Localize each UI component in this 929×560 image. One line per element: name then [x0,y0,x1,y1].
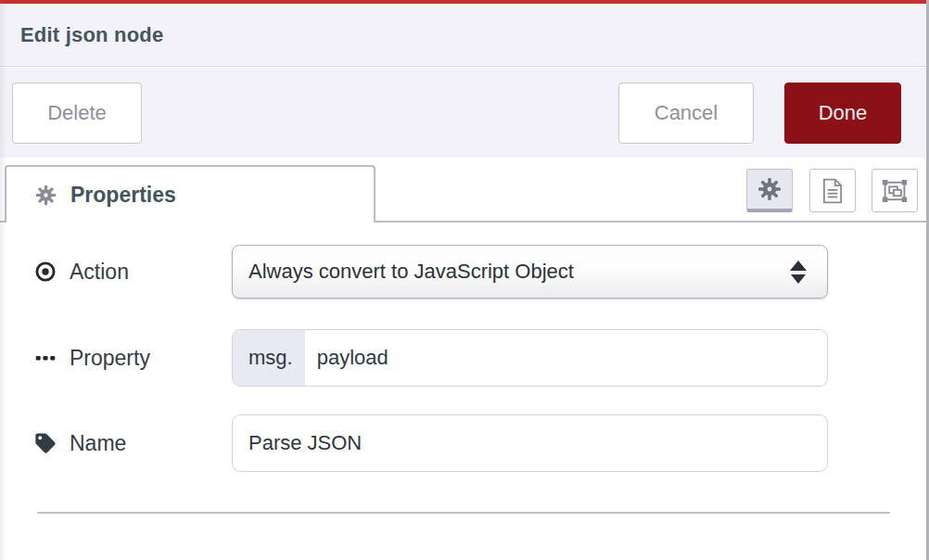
ellipsis-icon [33,346,57,370]
object-group-icon [881,178,909,204]
name-input[interactable] [233,415,827,471]
name-row: Name [0,414,926,472]
property-label: Property [33,329,150,387]
dialog-title: Edit json node [20,23,163,47]
section-divider [37,512,890,514]
done-button[interactable]: Done [784,83,901,144]
properties-view-button[interactable] [746,169,793,212]
description-view-button[interactable] [809,169,856,212]
dialog-header: Edit json node [0,4,926,67]
action-row: Action Always convert to JavaScript Obje… [0,245,926,299]
editor-tabbar: Properties [0,158,926,223]
property-input-group: msg. [232,329,828,387]
dot-circle-icon [33,260,57,284]
delete-button[interactable]: Delete [12,83,142,144]
property-row: Property msg. [0,329,926,387]
appearance-view-button[interactable] [872,169,918,212]
tab-properties-label: Properties [70,183,176,208]
edit-node-dialog: Edit json node Delete Cancel Done [0,0,929,560]
dialog-toolbar: Delete Cancel Done [0,68,926,158]
action-label: Action [33,245,129,299]
accent-bar [0,0,926,4]
gear-icon [34,184,57,207]
cancel-button[interactable]: Cancel [618,83,754,144]
gear-icon [757,176,783,202]
name-label: Name [33,414,126,472]
property-input[interactable] [305,330,827,386]
name-input-group [232,414,828,472]
msg-prefix[interactable]: msg. [233,330,305,386]
tab-properties[interactable]: Properties [5,165,375,223]
tag-icon [33,431,57,455]
select-arrows-icon [790,261,807,284]
action-select-value: Always convert to JavaScript Object [248,260,574,284]
action-select[interactable]: Always convert to JavaScript Object [232,245,828,299]
properties-form: Action Always convert to JavaScript Obje… [0,223,926,560]
document-icon [821,178,845,204]
